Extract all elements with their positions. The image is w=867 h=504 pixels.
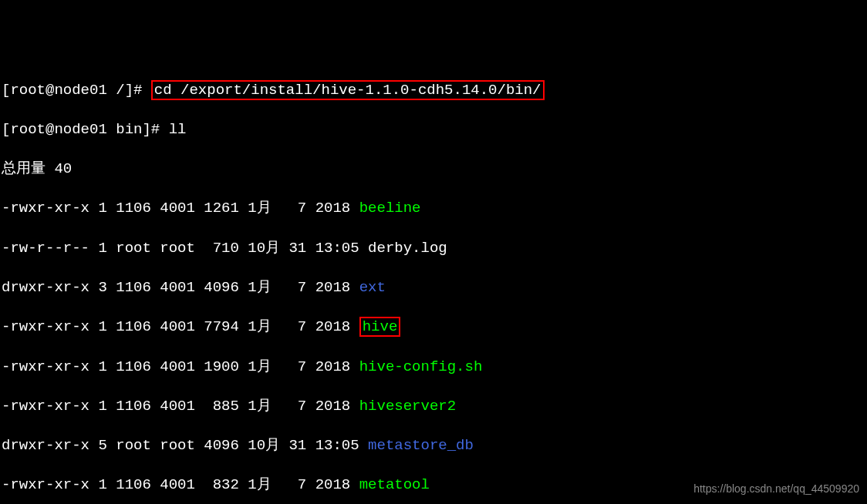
file-row: -rwxr-xr-x 1 1106 4001 1261 1月 7 2018 be…: [2, 199, 865, 219]
file-row: -rwxr-xr-x 1 1106 4001 1900 1月 7 2018 hi…: [2, 358, 865, 378]
file-row: -rwxr-xr-x 1 1106 4001 885 1月 7 2018 hiv…: [2, 397, 865, 417]
file-name: metastore_db: [368, 437, 474, 454]
prompt: [root@node01 bin]#: [2, 121, 169, 138]
file-row: -rw-r--r-- 1 root root 710 10月 31 13:05 …: [2, 239, 865, 259]
file-name: metatool: [359, 476, 430, 493]
file-name: hive: [363, 318, 398, 335]
cd-command-highlight: cd /export/install/hive-1.1.0-cdh5.14.0/…: [151, 80, 545, 100]
csdn-watermark: https://blog.csdn.net/qq_44509920: [693, 482, 859, 496]
file-row: drwxr-xr-x 3 1106 4001 4096 1月 7 2018 ex…: [2, 278, 865, 298]
file-name: hiveserver2: [359, 398, 456, 415]
file-perms: -rwxr-xr-x 1 1106 4001 1261 1月 7 2018: [2, 200, 359, 217]
file-name: hive-config.sh: [359, 358, 483, 375]
file-perms: -rwxr-xr-x 1 1106 4001 832 1月 7 2018: [2, 476, 359, 493]
terminal-line-2: [root@node01 bin]# ll: [2, 120, 865, 140]
file-perms: -rwxr-xr-x 1 1106 4001 7794 1月 7 2018: [2, 318, 359, 335]
total-line: 总用量 40: [2, 160, 865, 180]
file-name: ext: [359, 279, 386, 296]
cd-command-text: cd /export/install/hive-1.1.0-cdh5.14.0/…: [154, 82, 541, 99]
prompt: [root@node01 /]#: [2, 82, 151, 99]
file-perms: -rwxr-xr-x 1 1106 4001 1900 1月 7 2018: [2, 358, 359, 375]
hive-file-highlight: hive: [359, 317, 401, 337]
ll-command: ll: [169, 121, 187, 138]
file-perms: -rw-r--r-- 1 root root 710 10月 31 13:05: [2, 240, 368, 257]
file-row: -rwxr-xr-x 1 1106 4001 7794 1月 7 2018 hi…: [2, 318, 865, 338]
file-name: derby.log: [368, 240, 447, 257]
terminal-line-1: [root@node01 /]# cd /export/install/hive…: [2, 81, 865, 101]
file-perms: drwxr-xr-x 5 root root 4096 10月 31 13:05: [2, 437, 368, 454]
file-perms: drwxr-xr-x 3 1106 4001 4096 1月 7 2018: [2, 279, 359, 296]
file-perms: -rwxr-xr-x 1 1106 4001 885 1月 7 2018: [2, 398, 359, 415]
file-name: beeline: [359, 200, 421, 217]
file-row: drwxr-xr-x 5 root root 4096 10月 31 13:05…: [2, 436, 865, 456]
